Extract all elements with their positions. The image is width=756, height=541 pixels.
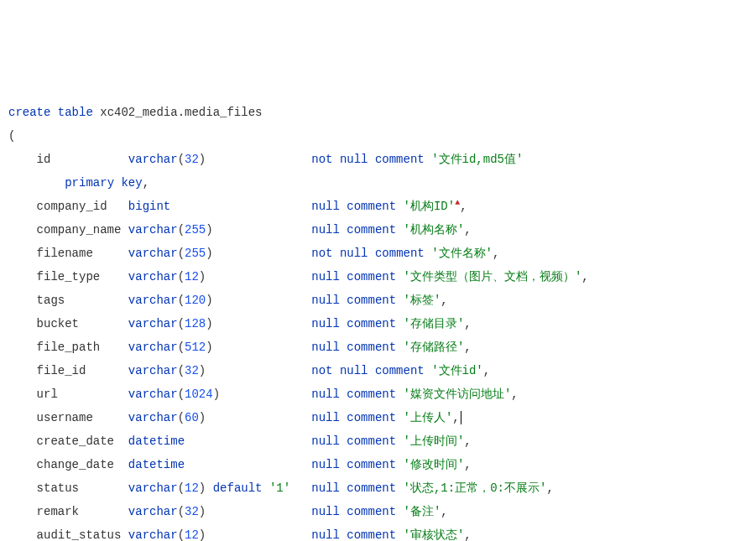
sql-code-block: create table xc402_media.media_files ( i… [8, 101, 748, 541]
